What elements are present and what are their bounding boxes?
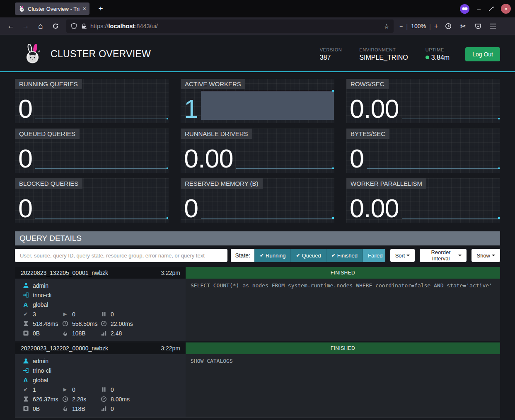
- scale-icon: [22, 330, 29, 336]
- query-stat: ▶0: [62, 309, 100, 319]
- stat-panel-rows-sec: ROWS/SEC0.00: [346, 79, 500, 123]
- stat-value: 0: [72, 311, 75, 318]
- stat-value: 0: [111, 405, 114, 412]
- sort-dropdown[interactable]: Sort: [390, 249, 415, 262]
- query-details-header: QUERY DETAILS: [15, 231, 500, 245]
- home-icon[interactable]: ⌂: [34, 20, 47, 32]
- scale-icon: [22, 405, 29, 412]
- stat-panel-value: 0: [18, 147, 32, 171]
- close-button[interactable]: ×: [501, 4, 511, 14]
- user-icon: [22, 282, 29, 289]
- restore-button[interactable]: [488, 6, 494, 12]
- show-dropdown[interactable]: Show: [471, 249, 500, 262]
- search-input[interactable]: [15, 249, 227, 262]
- state-filter-label: Finished: [337, 252, 358, 259]
- stat-value: 108B: [72, 330, 86, 337]
- state-filter-label: Failed: [368, 252, 382, 259]
- stat-panel-value: 0.00: [350, 97, 399, 121]
- stat-panel-runnable-drivers: RUNNABLE DRIVERS0.00: [181, 129, 334, 173]
- check-icon: ✔: [22, 386, 29, 393]
- new-tab-button[interactable]: +: [95, 4, 106, 13]
- stat-value: 626.37ms: [33, 396, 58, 403]
- state-filter-group: State: ✔Running✔Queued✔FinishedFailed: [231, 249, 385, 262]
- zoom-level[interactable]: 100%: [411, 23, 426, 29]
- dropdown-label: Reorder Interval: [425, 249, 457, 262]
- sparkline-dot: [332, 217, 334, 219]
- logout-button[interactable]: Log Out: [465, 47, 500, 61]
- query-card: 20220823_132202_00000_nwbzk3:22pmFINISHE…: [15, 342, 500, 417]
- query-stat: 0: [100, 404, 186, 413]
- state-filter-running[interactable]: ✔Running: [254, 249, 291, 262]
- query-stat: ✔3: [22, 309, 62, 319]
- stat-panel-value: 1: [184, 97, 198, 121]
- query-stat: Aglobal: [22, 300, 186, 309]
- history-clock-icon[interactable]: [442, 20, 455, 32]
- state-filter-label: Queued: [302, 252, 321, 259]
- sparkline: [201, 86, 334, 121]
- browser-tab[interactable]: Cluster Overview - Trino ×: [15, 2, 89, 15]
- sparkline-dot: [498, 168, 500, 169]
- zoom-in-icon[interactable]: +: [434, 22, 438, 30]
- play-icon: ▶: [62, 311, 68, 317]
- sparkline-line: [367, 168, 498, 169]
- forward-icon[interactable]: →: [19, 20, 32, 32]
- fire-icon: [62, 330, 68, 336]
- lock-warning-icon[interactable]: [80, 23, 87, 29]
- stat-panel-label: QUEUED QUERIES: [15, 129, 80, 139]
- sparkline: [402, 186, 500, 221]
- bookmark-star-icon[interactable]: ☆: [384, 22, 389, 30]
- url-bar[interactable]: https://localhost:8443/ui/ ☆: [66, 19, 394, 33]
- hourglass-icon: [22, 320, 29, 327]
- sparkline: [35, 186, 168, 221]
- stat-value: 2.48: [111, 330, 122, 337]
- dropdown-label: Sort: [395, 252, 405, 259]
- reload-icon[interactable]: [49, 20, 62, 32]
- state-filter-finished[interactable]: ✔Finished: [326, 249, 363, 262]
- tab-title: Cluster Overview - Trino: [28, 6, 80, 12]
- menu-hamburger-icon[interactable]: [486, 20, 500, 32]
- sparkline-dot: [332, 90, 334, 92]
- stat-row: 0B108B2.48: [22, 328, 186, 338]
- query-sql-text: SHOW CATALOGS: [186, 354, 500, 417]
- query-id-bar: 20220823_132205_00001_nwbzk3:22pm: [15, 267, 186, 279]
- pause-icon: [100, 386, 107, 393]
- stat-value: trino-cli: [33, 367, 51, 374]
- check-icon: ✔: [331, 252, 336, 258]
- back-icon[interactable]: ←: [4, 20, 17, 32]
- query-time: 3:22pm: [161, 269, 180, 276]
- tab-close-icon[interactable]: ×: [83, 5, 86, 12]
- sparkline-line: [35, 218, 167, 218]
- sparkline-dot: [332, 168, 334, 169]
- stat-row: ✔3▶00: [22, 309, 186, 319]
- gauge-icon: [100, 396, 107, 402]
- resource-group-icon: A: [22, 376, 29, 384]
- zoom-out-icon[interactable]: −: [399, 23, 403, 29]
- query-id-link[interactable]: 20220823_132205_00001_nwbzk: [21, 269, 108, 276]
- state-filter-failed[interactable]: Failed: [363, 249, 385, 262]
- browser-nav-bar: ← → ⌂ https://localhost:8443/ui/ ☆ − | 1…: [0, 17, 515, 35]
- stat-value: admin: [33, 358, 48, 364]
- hourglass-icon: [22, 396, 29, 402]
- reorder-interval-dropdown[interactable]: Reorder Interval: [420, 249, 467, 262]
- dropdown-label: Show: [476, 252, 490, 259]
- chart-icon: [100, 330, 107, 336]
- stat-value: 0B: [33, 330, 40, 337]
- sign-in-icon: [22, 367, 29, 374]
- state-filter-label: State:: [231, 249, 254, 262]
- stat-value: 22.00ms: [111, 320, 133, 327]
- stat-panel-body: 0.00: [184, 136, 334, 171]
- screenshot-scissors-icon[interactable]: ✂: [457, 20, 470, 32]
- shield-icon[interactable]: [70, 23, 77, 29]
- separator: |: [429, 23, 431, 30]
- meta-environment: ENVIRONMENTSIMPLE_TRINO: [359, 47, 408, 61]
- state-filter-queued[interactable]: ✔Queued: [290, 249, 326, 262]
- meta-value: 3.84m: [426, 54, 450, 61]
- meta-uptime: UPTIME3.84m: [426, 47, 450, 61]
- stat-panel-body: 0: [350, 136, 500, 171]
- query-id-link[interactable]: 20220823_132202_00000_nwbzk: [21, 345, 108, 352]
- gauge-icon: [100, 320, 107, 327]
- resource-group-icon: A: [22, 301, 29, 308]
- pocket-icon[interactable]: [471, 20, 485, 32]
- stat-panel-body: 0.00: [350, 86, 500, 121]
- minimize-button[interactable]: –: [476, 5, 482, 12]
